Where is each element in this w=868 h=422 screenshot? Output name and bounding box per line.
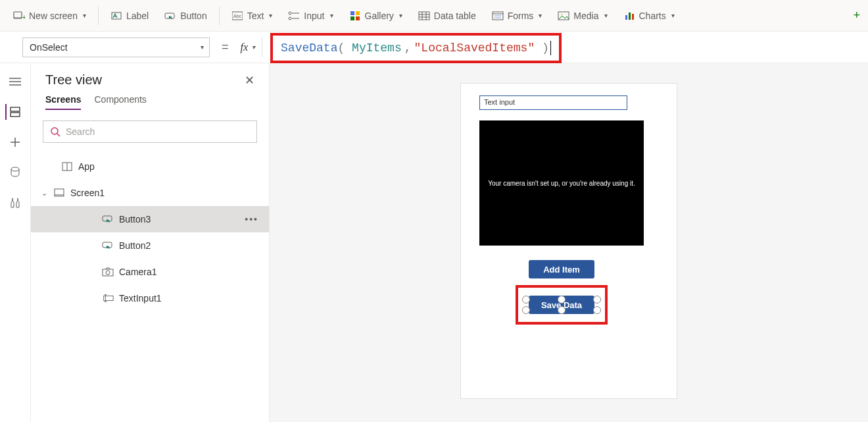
search-icon <box>50 126 60 137</box>
left-rail <box>0 63 31 422</box>
search-placeholder: Search <box>66 126 95 137</box>
forms-icon <box>492 10 504 22</box>
svg-text:Abc: Abc <box>233 14 242 18</box>
insert-datatable-label: Data table <box>434 11 476 21</box>
insert-media-label: Media <box>573 11 598 21</box>
tree-item-label: Camera1 <box>119 267 157 277</box>
tree-item-label: Button2 <box>119 240 151 251</box>
insert-gallery-menu[interactable]: Gallery ▾ <box>343 6 409 26</box>
gallery-icon <box>349 10 361 22</box>
svg-rect-27 <box>629 13 631 20</box>
selected-control-highlight: Save Data <box>516 285 608 325</box>
insert-charts-label: Charts <box>639 11 666 21</box>
tree-tabs: Screens Components <box>31 94 269 115</box>
paren-open: ( <box>337 41 345 55</box>
svg-rect-32 <box>11 107 20 111</box>
tree-item-label: TextInput1 <box>119 293 162 303</box>
chevron-down-icon: ▾ <box>201 43 204 51</box>
data-table-icon <box>418 10 430 22</box>
chevron-down-icon: ▾ <box>399 12 402 19</box>
tab-components[interactable]: Components <box>94 94 146 110</box>
close-icon[interactable]: ✕ <box>245 73 254 88</box>
insert-gallery-label: Gallery <box>365 11 394 21</box>
svg-point-46 <box>106 271 110 275</box>
charts-icon <box>623 10 635 22</box>
chevron-down-icon: ▾ <box>671 12 675 19</box>
svg-rect-14 <box>356 16 360 20</box>
search-input[interactable]: Search <box>43 120 257 143</box>
formula-arg2: "LocalSavedItems" <box>414 41 535 55</box>
svg-rect-11 <box>350 11 354 15</box>
button-icon <box>164 10 176 22</box>
save-data-button[interactable]: Save Data <box>529 296 594 314</box>
svg-point-36 <box>11 167 19 171</box>
insert-input-label: Input <box>304 11 324 21</box>
tab-screens[interactable]: Screens <box>45 94 81 110</box>
svg-rect-15 <box>419 12 429 20</box>
formula-bar: OnSelect ▾ = fx ▾ SaveData( MyItems,"Loc… <box>0 32 868 63</box>
fx-icon: fx <box>241 41 249 53</box>
formula-function: SaveData <box>281 41 337 55</box>
chevron-down-icon: ▾ <box>539 12 542 19</box>
text-input-control[interactable]: Text input <box>479 95 627 110</box>
tree-item-screen1[interactable]: ⌄ Screen1 <box>31 180 269 206</box>
tree-view-icon[interactable] <box>5 104 21 120</box>
tree-item-app[interactable]: App <box>31 153 269 180</box>
equals-sign: = <box>218 40 233 54</box>
svg-text:+: + <box>22 14 25 21</box>
formula-arg1: MyItems <box>352 41 402 55</box>
new-screen-menu[interactable]: + New screen ▾ <box>7 6 93 26</box>
separator <box>98 7 99 25</box>
tree-item-button3[interactable]: Button3 ••• <box>31 206 269 232</box>
tree-item-textinput1[interactable]: TextInput1 <box>31 285 269 311</box>
svg-point-7 <box>289 12 291 14</box>
tree-list: App ⌄ Screen1 Button3 ••• Button2 Camera… <box>31 149 269 311</box>
camera-icon <box>102 266 114 278</box>
property-selector[interactable]: OnSelect ▾ <box>22 38 210 57</box>
chevron-down-icon[interactable]: ⌄ <box>40 189 48 198</box>
svg-rect-33 <box>11 113 20 117</box>
separator <box>219 7 220 25</box>
insert-text-label: Text <box>247 11 264 21</box>
svg-rect-28 <box>632 14 634 20</box>
fx-button[interactable]: fx ▾ <box>241 38 263 57</box>
tools-icon[interactable] <box>7 195 23 211</box>
more-icon[interactable]: ••• <box>245 214 258 224</box>
screen-plus-icon: + <box>13 10 25 22</box>
add-item-button[interactable]: Add Item <box>529 260 594 278</box>
insert-button[interactable]: Button <box>158 6 213 26</box>
tree-item-button2[interactable]: Button2 <box>31 232 269 259</box>
add-control-icon[interactable]: + <box>853 9 861 22</box>
insert-text-menu[interactable]: Abc Text ▾ <box>225 6 279 26</box>
main-area: Tree view ✕ Screens Components Search Ap… <box>0 63 868 422</box>
tree-item-label: Screen1 <box>70 188 105 198</box>
svg-rect-47 <box>104 296 113 300</box>
svg-line-38 <box>57 134 60 136</box>
tree-view-panel: Tree view ✕ Screens Components Search Ap… <box>31 63 270 422</box>
camera-control[interactable]: Your camera isn't set up, or you're alre… <box>479 120 644 246</box>
tree-item-camera1[interactable]: Camera1 <box>31 259 269 285</box>
paren-close: ) <box>542 41 549 55</box>
insert-media-menu[interactable]: Media ▾ <box>551 6 614 26</box>
comma: , <box>402 41 414 55</box>
insert-forms-menu[interactable]: Forms ▾ <box>485 6 549 26</box>
button-icon <box>102 213 114 225</box>
insert-icon[interactable] <box>7 134 23 150</box>
insert-datatable[interactable]: Data table <box>412 6 483 26</box>
insert-button-text: Button <box>180 11 206 21</box>
text-icon: Abc <box>231 10 243 22</box>
formula-input[interactable]: SaveData( MyItems,"LocalSavedItems" ) <box>270 33 562 63</box>
media-icon <box>558 10 569 22</box>
text-input-icon <box>102 292 114 304</box>
insert-input-menu[interactable]: Input ▾ <box>281 6 339 26</box>
canvas[interactable]: Text input Your camera isn't set up, or … <box>270 63 868 422</box>
insert-label[interactable]: Label <box>104 6 155 26</box>
tree-item-label: Button3 <box>119 214 151 224</box>
input-icon <box>288 10 300 22</box>
hamburger-icon[interactable] <box>7 74 23 90</box>
chevron-down-icon: ▾ <box>269 12 272 19</box>
data-icon[interactable] <box>7 165 23 180</box>
svg-rect-13 <box>350 16 354 20</box>
insert-charts-menu[interactable]: Charts ▾ <box>617 6 681 26</box>
screen-preview: Text input Your camera isn't set up, or … <box>460 83 677 399</box>
